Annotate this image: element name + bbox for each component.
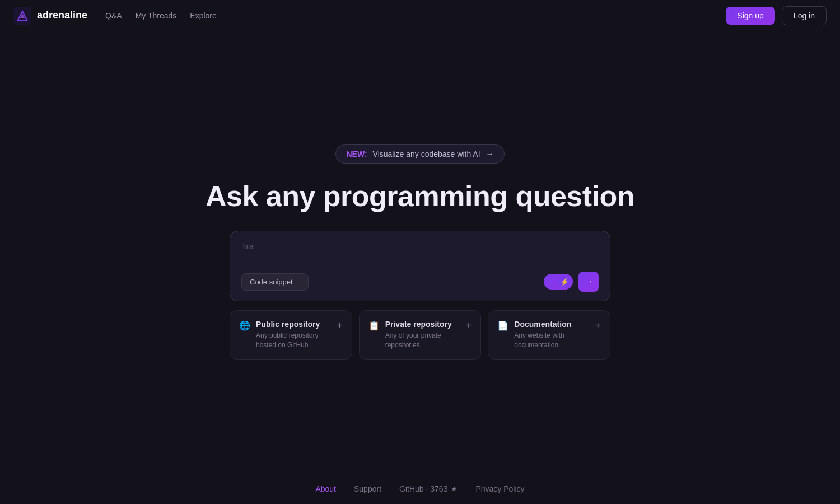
document-icon: 📄: [497, 320, 508, 331]
public-repo-title: Public repository: [256, 320, 331, 329]
documentation-desc: Any website with documentation: [514, 331, 589, 350]
nav-link-explore[interactable]: Explore: [190, 11, 216, 20]
announcement-banner[interactable]: NEW: Visualize any codebase with AI →: [335, 144, 504, 164]
card-content-public: Public repository Any public repository …: [256, 320, 331, 350]
navbar: adrenaline Q&A My Threads Explore Sign u…: [0, 0, 840, 31]
hero-title: Ask any programming question: [206, 179, 634, 213]
add-public-repo-icon[interactable]: +: [337, 320, 343, 332]
code-snippet-button[interactable]: Code snippet +: [241, 273, 309, 291]
footer-link-privacy[interactable]: Privacy Policy: [475, 484, 524, 493]
announcement-new-label: NEW:: [346, 150, 367, 158]
star-icon: ★: [451, 484, 458, 493]
navbar-left: adrenaline Q&A My Threads Explore: [13, 7, 217, 25]
login-button[interactable]: Log in: [782, 6, 827, 25]
lightning-toggle[interactable]: ⚡: [544, 274, 573, 290]
logo-text: adrenaline: [37, 10, 87, 21]
footer: About Support GitHub · 3763 ★ Privacy Po…: [0, 473, 840, 504]
search-actions: ⚡ →: [544, 272, 599, 292]
search-input[interactable]: [241, 241, 599, 260]
card-content-documentation: Documentation Any website with documenta…: [514, 320, 589, 350]
private-repo-desc: Any of your private repositories: [385, 331, 460, 350]
main-content: NEW: Visualize any codebase with AI → As…: [0, 31, 840, 473]
footer-link-support[interactable]: Support: [354, 484, 381, 493]
private-repo-title: Private repository: [385, 320, 460, 329]
submit-arrow-icon: →: [584, 277, 593, 287]
navbar-right: Sign up Log in: [726, 6, 827, 25]
code-snippet-label: Code snippet: [250, 278, 293, 286]
context-card-documentation[interactable]: 📄 Documentation Any website with documen…: [488, 310, 610, 360]
footer-github[interactable]: GitHub · 3763 ★: [399, 484, 458, 493]
logo[interactable]: adrenaline: [13, 7, 87, 25]
context-card-private-repo[interactable]: 📋 Private repository Any of your private…: [359, 310, 482, 360]
github-text: GitHub · 3763: [399, 484, 447, 493]
context-card-public-repo[interactable]: 🌐 Public repository Any public repositor…: [230, 310, 352, 360]
card-content-private: Private repository Any of your private r…: [385, 320, 460, 350]
add-private-repo-icon[interactable]: +: [466, 320, 472, 332]
clipboard-icon: 📋: [368, 320, 380, 331]
signup-button[interactable]: Sign up: [726, 7, 774, 25]
search-box: Code snippet + ⚡ →: [230, 231, 610, 301]
nav-link-my-threads[interactable]: My Threads: [136, 11, 177, 20]
announcement-text: Visualize any codebase with AI: [373, 150, 480, 158]
public-repo-desc: Any public repository hosted on GitHub: [256, 331, 331, 350]
lightning-icon: ⚡: [560, 278, 569, 286]
documentation-title: Documentation: [514, 320, 589, 329]
toggle-knob: ⚡: [558, 275, 571, 288]
nav-link-qa[interactable]: Q&A: [105, 11, 122, 20]
context-cards: 🌐 Public repository Any public repositor…: [230, 310, 610, 360]
footer-link-about[interactable]: About: [315, 484, 336, 493]
add-documentation-icon[interactable]: +: [595, 320, 601, 332]
announcement-arrow-icon: →: [486, 150, 494, 158]
plus-icon: +: [296, 278, 301, 286]
globe-icon: 🌐: [239, 320, 250, 331]
submit-button[interactable]: →: [578, 272, 599, 292]
nav-links: Q&A My Threads Explore: [105, 11, 217, 20]
search-toolbar: Code snippet + ⚡ →: [241, 272, 599, 292]
logo-icon: [13, 7, 31, 25]
